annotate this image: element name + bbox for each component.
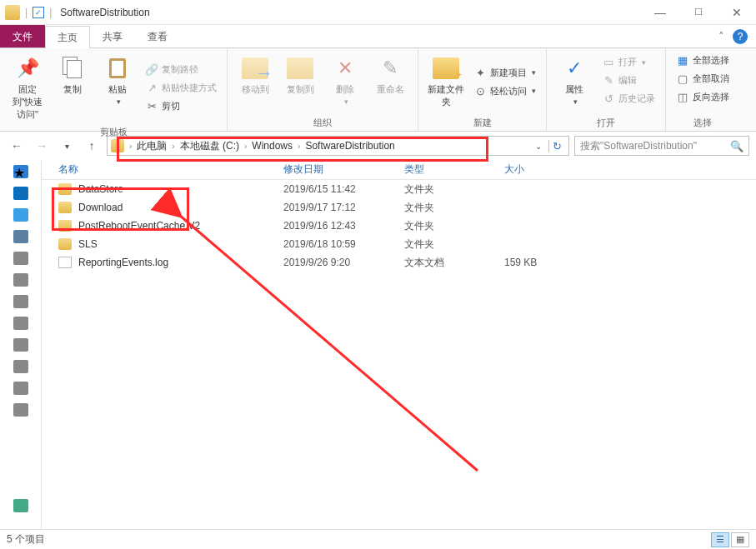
- properties-button[interactable]: ✓属性▾: [553, 52, 595, 109]
- list-item[interactable]: DataStore2019/6/15 11:42文件夹: [42, 180, 756, 198]
- thumbnails-view-icon[interactable]: ▦: [731, 532, 749, 547]
- chevron-right-icon[interactable]: ›: [172, 142, 174, 151]
- item-name: SLS: [78, 238, 283, 250]
- list-item[interactable]: Download2019/9/17 17:12文件夹: [42, 198, 756, 217]
- back-button[interactable]: ←: [7, 136, 27, 156]
- quickaccess-icon[interactable]: ★: [13, 165, 28, 178]
- drive-icon[interactable]: [13, 317, 28, 330]
- rename-button[interactable]: ✎重命名: [369, 52, 411, 109]
- select-none-button[interactable]: ▢全部取消: [673, 70, 733, 87]
- onedrive-icon[interactable]: [13, 187, 28, 200]
- tab-view[interactable]: 查看: [135, 25, 180, 47]
- copy-button[interactable]: 复制: [52, 52, 93, 124]
- folder-icon: [58, 220, 72, 232]
- item-name: Download: [78, 202, 283, 213]
- minimize-button[interactable]: —: [641, 0, 679, 25]
- search-box[interactable]: 搜索"SoftwareDistribution" 🔍: [574, 136, 749, 156]
- address-dropdown-icon[interactable]: ⌄: [530, 142, 547, 151]
- folder-icon: [58, 183, 72, 195]
- tab-home[interactable]: 主页: [45, 26, 90, 48]
- chevron-right-icon[interactable]: ›: [298, 142, 300, 151]
- item-name: DataStore: [78, 183, 283, 195]
- open-icon: ▭: [602, 56, 615, 69]
- paste-icon: [104, 55, 131, 82]
- file-icon: [58, 257, 72, 268]
- forward-button[interactable]: →: [32, 136, 52, 156]
- delete-button[interactable]: ✕删除▾: [324, 52, 366, 109]
- col-name[interactable]: 名称: [58, 162, 283, 177]
- drive-icon[interactable]: [13, 360, 28, 373]
- recent-button[interactable]: ▾: [57, 136, 77, 156]
- help-icon[interactable]: ?: [733, 29, 748, 44]
- item-type: 文件夹: [404, 219, 504, 233]
- copy-path-button[interactable]: 🔗复制路径: [142, 62, 220, 78]
- select-all-button[interactable]: ▦全部选择: [673, 52, 733, 68]
- move-to-button[interactable]: →移动到: [234, 52, 276, 109]
- select-none-icon: ▢: [676, 72, 689, 85]
- chevron-right-icon[interactable]: ›: [129, 142, 132, 151]
- folder-icon: [58, 238, 72, 250]
- address-bar[interactable]: › 此电脑 › 本地磁盘 (C:) › Windows › SoftwareDi…: [107, 136, 569, 156]
- chevron-right-icon[interactable]: ›: [244, 142, 247, 151]
- item-name: PostRebootEventCache.V2: [78, 220, 283, 232]
- easy-access-button[interactable]: ⊙轻松访问▾: [470, 82, 539, 99]
- rename-icon: ✎: [377, 55, 403, 82]
- collapse-ribbon-icon[interactable]: ˄: [718, 30, 724, 42]
- invert-selection-button[interactable]: ◫反向选择: [673, 88, 733, 105]
- crumb-windows[interactable]: Windows: [248, 140, 296, 152]
- tab-share[interactable]: 共享: [90, 25, 135, 47]
- list-item[interactable]: ReportingEvents.log2019/9/26 9:20文本文档159…: [42, 253, 756, 272]
- edit-button[interactable]: ✎编辑: [598, 72, 658, 89]
- qat-checkbox-icon[interactable]: ✓: [33, 7, 44, 18]
- address-folder-icon: [111, 139, 124, 152]
- edit-icon: ✎: [602, 74, 615, 87]
- properties-icon: ✓: [561, 55, 588, 82]
- paste-shortcut-button[interactable]: ↗粘贴快捷方式: [142, 80, 220, 97]
- crumb-this-pc[interactable]: 此电脑: [133, 139, 170, 153]
- details-view-icon[interactable]: ☰: [711, 532, 729, 547]
- col-size[interactable]: 大小: [504, 162, 588, 177]
- drive-icon[interactable]: [13, 252, 28, 265]
- drive-icon[interactable]: [13, 382, 28, 395]
- new-item-icon: ✦: [473, 66, 487, 79]
- crumb-softwaredistribution[interactable]: SoftwareDistribution: [302, 140, 398, 152]
- list-item[interactable]: PostRebootEventCache.V22019/9/16 12:43文件…: [42, 217, 756, 235]
- search-icon[interactable]: 🔍: [730, 140, 743, 152]
- easy-access-icon: ⊙: [473, 84, 487, 97]
- drive-icon[interactable]: [13, 403, 28, 417]
- delete-icon: ✕: [332, 55, 358, 82]
- group-new-label: 新建: [425, 115, 539, 129]
- nav-row: ← → ▾ ↑ › 此电脑 › 本地磁盘 (C:) › Windows › So…: [0, 132, 756, 160]
- col-type[interactable]: 类型: [404, 162, 504, 177]
- ribbon: 📌 固定到"快速访问" 复制 粘贴 ▾ 🔗复制: [0, 48, 756, 132]
- list-item[interactable]: SLS2019/6/18 10:59文件夹: [42, 235, 756, 253]
- col-date[interactable]: 修改日期: [283, 162, 404, 177]
- drive-icon[interactable]: [13, 273, 28, 287]
- network-icon[interactable]: [13, 499, 28, 512]
- maximize-button[interactable]: ☐: [679, 0, 718, 25]
- nav-tree[interactable]: ★: [0, 160, 42, 529]
- cut-button[interactable]: ✂剪切: [142, 98, 220, 115]
- item-date: 2019/9/16 12:43: [283, 220, 404, 232]
- drive-icon[interactable]: [13, 338, 28, 352]
- up-button[interactable]: ↑: [82, 136, 102, 156]
- close-button[interactable]: ✕: [718, 0, 756, 25]
- item-type: 文本文档: [404, 256, 504, 270]
- item-name: ReportingEvents.log: [78, 257, 283, 268]
- history-button[interactable]: ↺历史记录: [598, 91, 658, 107]
- drive-icon[interactable]: [13, 295, 28, 308]
- title-bar: | ✓ | SoftwareDistribution — ☐ ✕: [0, 0, 756, 25]
- tab-file[interactable]: 文件: [0, 25, 45, 47]
- crumb-drive-c[interactable]: 本地磁盘 (C:): [177, 139, 243, 153]
- new-folder-button[interactable]: ✦新建文件夹: [425, 52, 467, 112]
- cut-icon: ✂: [145, 100, 158, 113]
- paste-button[interactable]: 粘贴 ▾: [97, 52, 138, 124]
- new-item-button[interactable]: ✦新建项目▾: [470, 64, 539, 81]
- open-button[interactable]: ▭打开▾: [598, 54, 658, 71]
- pin-to-quick-access-button[interactable]: 📌 固定到"快速访问": [7, 52, 48, 124]
- this-pc-icon[interactable]: [13, 230, 28, 243]
- cloud-icon[interactable]: [13, 208, 28, 222]
- status-bar: 5 个项目 ☰ ▦: [0, 529, 756, 549]
- copy-to-button[interactable]: 复制到: [279, 52, 321, 109]
- refresh-icon[interactable]: ↻: [548, 140, 565, 152]
